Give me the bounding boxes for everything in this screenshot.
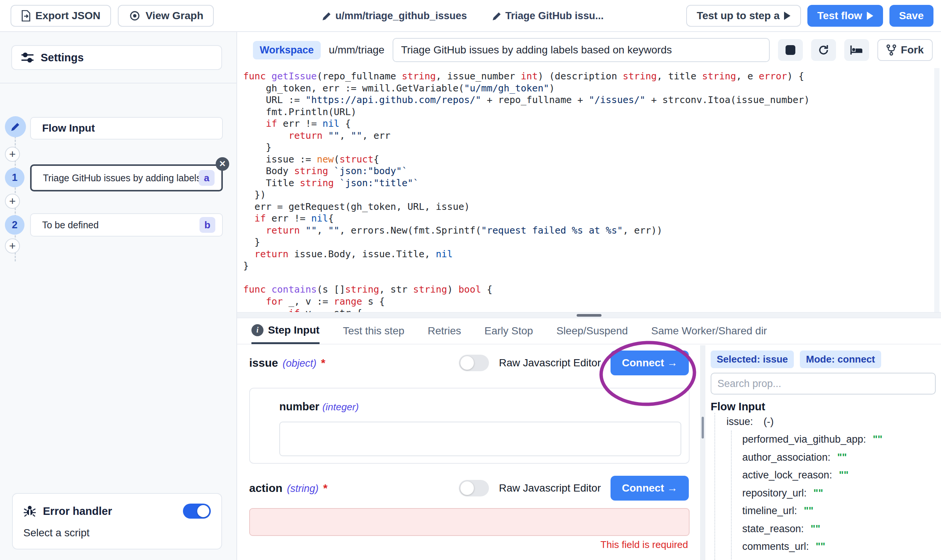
fork-label: Fork [901,44,924,56]
code-line: } [243,142,941,154]
export-icon [21,10,31,22]
export-json-button[interactable]: Export JSON [11,5,111,27]
nested-field-name: number [279,400,319,412]
main-panel: Workspace u/mm/triage Fork func getIssue… [237,32,941,560]
step-2-number[interactable]: 2 [5,215,25,235]
connect-button-action[interactable]: Connect → [611,476,689,501]
settings-button[interactable]: Settings [11,45,222,70]
step-node-2[interactable]: To be defined b [30,213,223,237]
add-step-button-1[interactable]: + [5,147,20,162]
step-1-number[interactable]: 1 [5,168,25,187]
code-line: } [243,260,941,272]
breadcrumb-path[interactable]: u/mm/triage_github_issues [322,10,467,22]
step-2-id-badge: b [199,217,215,233]
tab-retries[interactable]: Retries [427,318,461,344]
tree-prop-row[interactable]: timeline_url:"" [742,502,936,520]
action-input-error[interactable] [249,508,690,536]
code-line: Body string `json:"body"` [243,165,941,177]
raw-js-toggle-issue[interactable] [459,355,489,371]
code-line: err = getRequest(gh_token, URL, issue) [243,201,941,213]
flow-title-input[interactable] [393,38,770,62]
tab-test-this-step[interactable]: Test this step [343,318,404,344]
number-input[interactable] [279,422,681,456]
bed-icon [850,45,863,55]
refresh-button[interactable] [811,39,836,61]
error-handler-subtitle[interactable]: Select a script [23,527,211,539]
breadcrumb-title[interactable]: Triage GitHub issu... [492,10,604,22]
connect-panel: Selected: issue Mode: connect Flow Input… [705,345,941,560]
tab-sleep-suspend[interactable]: Sleep/Suspend [556,318,628,344]
step-tabs: i Step Input Test this step Retries Earl… [237,318,941,345]
step-input-form: issue (object) * Raw Javascript Editor C… [237,345,700,560]
tree-prop-row[interactable]: repository_url:"" [742,485,936,503]
selected-badge: Selected: issue [711,351,794,368]
code-line: for _, v := range s { [243,295,941,308]
tree-children: performed_via_github_app:"" author_assoc… [731,431,936,560]
field-name: issue [249,357,278,369]
flow-sidebar: Settings Flow Input + 1 Triage GitHub is… [0,32,237,560]
code-line: Title string `json:"title"` [243,177,941,189]
code-editor[interactable]: func getIssue(repo_fullname string, issu… [237,68,941,312]
export-json-label: Export JSON [35,10,100,22]
view-graph-button[interactable]: View Graph [118,5,214,27]
workspace-path: u/mm/triage [329,44,385,56]
tab-same-worker[interactable]: Same Worker/Shared dir [651,318,767,344]
save-button[interactable]: Save [889,5,933,27]
flow-input-node[interactable]: Flow Input [30,117,223,140]
field-type: (object) [283,358,316,369]
error-handler-toggle[interactable] [183,504,211,518]
code-line: return "", "", err [243,130,941,142]
tree-prop-row[interactable]: author_association:"" [742,449,936,467]
panel-resize-handle-horizontal[interactable] [237,312,941,318]
code-line: func getIssue(repo_fullname string, issu… [243,70,941,82]
tree-prop-row[interactable]: comments_url:"" [742,538,936,556]
tree-prop-row[interactable]: active_lock_reason:"" [742,466,936,485]
search-prop-input[interactable] [711,373,936,394]
code-line: }) [243,189,941,201]
add-step-button-2[interactable]: + [5,194,20,209]
field-type: (string) [287,483,318,495]
tree-prop-row[interactable]: state_reason:"" [742,520,936,538]
test-flow-button[interactable]: Test flow [807,5,882,27]
code-line: gh_token, err := wmill.GetVariable("u/mm… [243,82,941,94]
step-node-1[interactable]: Triage GitHub issues by adding labels ..… [30,165,223,191]
run-bar: Workspace u/mm/triage Fork [237,32,941,68]
eye-icon [128,11,141,21]
tab-early-stop[interactable]: Early Stop [484,318,533,344]
pencil-icon [492,11,502,21]
test-up-to-step-label: Test up to step a [697,10,779,22]
flow-input-pencil-badge[interactable] [5,116,26,137]
panel-resize-handle-vertical[interactable] [700,345,705,560]
settings-section: Settings [0,32,236,83]
nested-field-type: (integer) [322,401,359,412]
raw-js-toggle-action[interactable] [459,480,489,497]
tree-prop-row[interactable]: labels_url:"" [742,556,936,560]
fork-button[interactable]: Fork [878,39,933,61]
fork-icon [886,45,896,56]
test-up-to-step-button[interactable]: Test up to step a [686,5,801,27]
topbar: Export JSON View Graph u/mm/triage_githu… [0,0,941,32]
play-icon [784,12,790,20]
stop-button[interactable] [778,39,803,61]
tab-step-input[interactable]: i Step Input [251,318,319,344]
breadcrumb: u/mm/triage_github_issues Triage GitHub … [322,0,604,32]
code-line: return "", "", errors.New(fmt.Sprintf("r… [243,225,941,237]
raw-js-label: Raw Javascript Editor [499,482,601,494]
pencil-icon [11,122,20,132]
connect-button-issue[interactable]: Connect → [611,351,689,375]
info-icon: i [251,324,264,336]
settings-label: Settings [41,52,83,64]
field-row-issue: issue (object) * Raw Javascript Editor C… [237,350,700,376]
pencil-icon [322,11,332,21]
sleep-bed-button[interactable] [844,39,869,61]
tree-node-issue[interactable]: issue:(-) [727,413,936,431]
code-vertical-scrollbar[interactable] [934,68,939,312]
tree-prop-row[interactable]: performed_via_github_app:"" [742,431,936,449]
prop-tree: issue:(-) performed_via_github_app:"" au… [714,413,936,560]
sliders-icon [21,52,34,63]
raw-js-label: Raw Javascript Editor [499,357,601,369]
remove-step-button[interactable]: ✕ [216,157,229,171]
code-line: fmt.Println(URL) [243,106,941,118]
add-step-button-3[interactable]: + [5,238,20,254]
required-asterisk: * [321,357,325,369]
